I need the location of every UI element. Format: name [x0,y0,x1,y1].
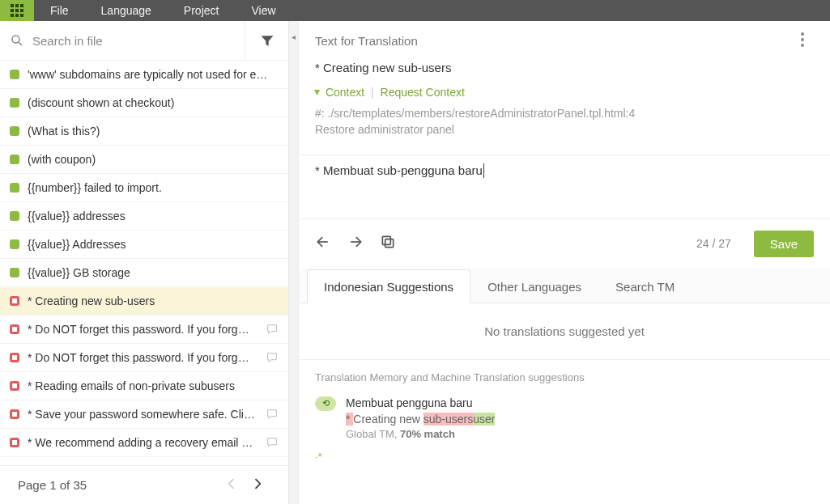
partial-row: ·* [299,451,830,463]
pager-prev[interactable] [219,471,245,499]
tm-source: * Creating new sub-usersuser [346,411,814,427]
list-item-text: * Do NOT forget this password. If you fo… [28,323,266,336]
list-item[interactable]: {{value}} Addresses [0,231,288,259]
list-item-text: {{value}} Addresses [28,238,279,251]
request-context-link[interactable]: Request Context [381,86,465,99]
tm-suggestion[interactable]: ⟲ Membuat pengguna baru * Creating new s… [299,392,830,451]
list-item-text: 'www' subdomains are typically not used … [28,68,279,81]
string-list[interactable]: 'www' subdomains are typically not used … [0,61,288,465]
menu-language[interactable]: Language [85,0,168,21]
svg-rect-3 [11,9,14,12]
copy-icon [380,234,396,250]
prev-string-button[interactable] [315,234,331,253]
arrow-left-icon [315,234,331,250]
svg-rect-7 [15,14,19,17]
svg-rect-6 [11,14,14,17]
tm-header: Translation Memory and Machine Translati… [299,360,830,392]
app-menu-button[interactable] [0,0,34,21]
list-item[interactable]: * Save your password somewhere safe. Cli… [0,400,288,429]
svg-rect-1 [15,4,19,7]
svg-point-13 [801,44,804,47]
comment-icon [266,436,279,449]
search-input[interactable] [31,33,235,49]
tab-lang-suggestions[interactable]: Indonesian Suggestions [307,269,470,303]
filter-icon [259,32,275,49]
filter-button[interactable] [245,21,288,60]
svg-rect-8 [20,14,23,17]
search-bar [0,21,288,61]
list-item[interactable]: 'www' subdomains are typically not used … [0,61,288,89]
list-item[interactable]: * Do NOT forget this password. If you fo… [0,344,288,372]
pager: Page 1 of 35 [0,465,288,504]
status-dot [10,183,19,193]
status-dot [10,70,19,79]
next-string-button[interactable] [347,234,364,253]
list-item-text: {{number}} failed to import. [28,181,279,194]
chevron-right-icon [249,476,266,492]
suggestions-empty: No translations suggested yet [299,303,830,360]
editor-title: Text for Translation [315,34,791,48]
status-dot [10,353,19,362]
context-path: #: ./src/templates/members/restoreAdmini… [315,105,814,121]
status-dot [10,155,19,164]
tm-meta: Global TM, 70% match [346,427,814,443]
pager-label: Page 1 of 35 [18,478,87,492]
list-item-text: {{value}} addresses [28,210,279,222]
app-grid-icon [10,3,24,18]
chevron-left-icon [223,476,240,492]
svg-point-12 [801,38,804,41]
svg-point-9 [12,36,19,43]
svg-rect-16 [385,239,394,248]
tab-search-tm[interactable]: Search TM [598,269,692,303]
copy-source-button[interactable] [380,234,396,253]
list-item-text: * Creating new sub-users [28,294,279,307]
arrow-right-icon [347,234,364,250]
tab-other-languages[interactable]: Other Languages [470,269,598,303]
menu-view[interactable]: View [235,0,292,21]
more-vertical-icon [801,32,804,47]
context-toggle[interactable]: Context [326,86,364,99]
list-item[interactable]: * Reading emails of non-private subusers [0,372,288,400]
comment-icon [266,351,279,364]
editor-menu-button[interactable] [791,32,814,49]
svg-rect-4 [15,9,19,12]
source-text: * Creating new sub-users [299,61,830,86]
list-item-text: * We recommend adding a recovery email … [28,436,266,449]
save-button[interactable]: Save [754,231,814,257]
svg-rect-5 [20,9,23,12]
list-item[interactable]: {{value}} addresses [0,202,288,231]
menu-project[interactable]: Project [168,0,236,21]
chevron-down-icon: ▸ [312,90,325,95]
list-item[interactable]: {{value}} GB storage [0,259,288,287]
menubar: File Language Project View [0,0,830,21]
chevron-left-icon: ◂ [292,32,296,41]
status-dot [10,211,19,221]
svg-rect-0 [11,4,14,7]
pager-next[interactable] [245,471,270,499]
status-dot [10,324,19,334]
list-item[interactable]: (discount shown at checkout) [0,89,288,117]
list-item[interactable]: (with coupon) [0,146,288,174]
list-item[interactable]: (What is this?) [0,117,288,146]
list-item-text: * Do NOT forget this password. If you fo… [28,351,266,364]
collapse-handle[interactable]: ◂ [289,21,299,504]
status-dot [10,296,19,306]
list-item[interactable]: * We recommend adding a recovery email … [0,429,288,457]
translation-input[interactable]: * Membuat sub-pengguna baru [299,155,830,219]
comment-icon [266,323,279,336]
tm-provider-icon: ⟲ [315,396,336,411]
search-icon [10,33,24,48]
svg-rect-17 [382,236,390,244]
list-item-text: {{value}} GB storage [28,266,279,279]
svg-line-10 [19,42,22,45]
list-item[interactable]: * Do NOT forget this password. If you fo… [0,316,288,344]
status-dot [10,239,19,249]
menu-file[interactable]: File [34,0,85,21]
svg-rect-2 [20,4,23,7]
tm-translation: Membuat pengguna baru [346,395,814,411]
suggestion-tabs: Indonesian Suggestions Other Languages S… [299,269,830,303]
char-counter: 24 / 27 [696,237,731,250]
list-item[interactable]: * Creating new sub-users [0,287,288,316]
list-item[interactable]: {{number}} failed to import. [0,174,288,202]
status-dot [10,268,19,277]
